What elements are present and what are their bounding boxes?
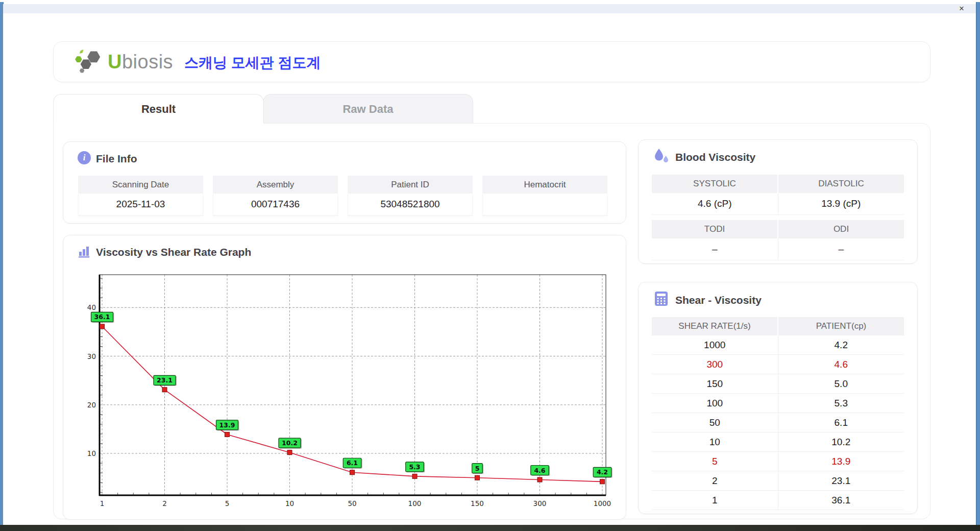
bv-header-row-1: SYSTOLIC DIASTOLIC: [652, 175, 904, 193]
desktop-edge-right: [976, 2, 980, 527]
info-icon: i: [78, 151, 91, 164]
field-value: 53048521800: [348, 194, 473, 215]
shear-viscosity-title: Shear - Viscosity: [675, 294, 762, 306]
header-card: Ubiosis 스캐닝 모세관 점도계: [53, 41, 930, 82]
svg-text:1000: 1000: [594, 499, 611, 508]
sv-col-patient: PATIENT(cp): [777, 317, 904, 335]
svg-text:1: 1: [100, 499, 105, 508]
shear-viscosity-table: SHEAR RATE(1/s) PATIENT(cp) 1000 4.2 300…: [652, 317, 904, 510]
svg-text:4.2: 4.2: [597, 468, 608, 476]
bv-header-todi: TODI: [652, 220, 777, 238]
field-scanning-date: Scanning Date 2025-11-03: [78, 176, 203, 215]
bv-value-row-2: – –: [652, 238, 904, 260]
field-label: Scanning Date: [78, 176, 203, 194]
field-hematocrit: Hematocrit: [482, 176, 607, 215]
graph-title: Viscosity vs Shear Rate Graph: [96, 246, 251, 258]
field-assembly: Assembly 000717436: [213, 176, 338, 215]
chart-canvas: 36.123.113.910.26.15.354.64.212510501001…: [78, 269, 619, 513]
sv-cell-shear: 1: [652, 491, 778, 510]
bv-header-row-2: TODI ODI: [652, 220, 904, 238]
svg-text:5: 5: [225, 499, 230, 508]
bv-value-diastolic: 13.9 (cP): [778, 193, 904, 214]
svg-text:23.1: 23.1: [157, 376, 173, 384]
svg-text:20: 20: [87, 401, 96, 409]
bar-chart-icon: [78, 245, 91, 258]
svg-text:6.1: 6.1: [347, 459, 358, 467]
sv-cell-patient: 36.1: [778, 491, 904, 510]
table-row: 5 13.9: [652, 452, 904, 471]
sv-cell-shear: 100: [652, 394, 778, 413]
logo-rest: biosis: [122, 51, 173, 73]
sv-cell-patient: 10.2: [778, 432, 904, 451]
app-window: × Ubiosis 스캐닝 모세관 점도계 Result Raw Data: [0, 0, 980, 531]
shear-viscosity-card: Shear - Viscosity SHEAR RATE(1/s) PATIEN…: [638, 282, 918, 514]
bv-header-odi: ODI: [777, 220, 904, 238]
field-label: Hematocrit: [482, 176, 607, 194]
sv-cell-patient: 4.6: [778, 355, 904, 374]
table-row: 1000 4.2: [652, 335, 904, 355]
field-patient-id: Patient ID 53048521800: [348, 176, 473, 215]
viscosity-chart: 36.123.113.910.26.15.354.64.212510501001…: [78, 269, 619, 515]
sv-cell-patient: 4.2: [778, 335, 904, 354]
svg-text:30: 30: [87, 352, 96, 360]
logo-mark-icon: [75, 49, 105, 75]
table-row: 1 36.1: [652, 491, 904, 510]
sv-cell-shear: 300: [652, 355, 778, 374]
bv-value-odi: –: [778, 238, 904, 260]
field-value: 000717436: [213, 194, 338, 215]
table-row: 300 4.6: [652, 355, 904, 374]
sv-cell-patient: 6.1: [778, 413, 904, 432]
blood-viscosity-card: Blood Viscosity SYSTOLIC DIASTOLIC 4.6 (…: [638, 139, 918, 264]
svg-text:10.2: 10.2: [282, 439, 298, 447]
sv-cell-patient: 13.9: [778, 452, 904, 471]
sv-col-shear-rate: SHEAR RATE(1/s): [652, 317, 777, 335]
tab-result[interactable]: Result: [53, 94, 264, 124]
svg-text:2: 2: [162, 499, 167, 508]
sv-cell-shear: 5: [652, 452, 778, 471]
app-title: 스캐닝 모세관 점도계: [184, 53, 321, 73]
tab-raw-data[interactable]: Raw Data: [263, 94, 473, 124]
sv-cell-shear: 10: [652, 432, 778, 451]
sv-cell-patient: 5.0: [778, 374, 904, 393]
bv-value-todi: –: [652, 238, 778, 260]
logo-letter-u: U: [108, 51, 122, 73]
svg-text:5: 5: [475, 465, 480, 472]
sv-cell-shear: 50: [652, 413, 778, 432]
close-icon[interactable]: ×: [957, 5, 967, 13]
field-value: 2025-11-03: [78, 194, 203, 215]
table-row: 50 6.1: [652, 413, 904, 432]
sv-cell-patient: 5.3: [778, 394, 904, 413]
droplets-icon: [654, 148, 669, 164]
file-info-title: File Info: [96, 153, 137, 165]
window-titlebar: ×: [3, 4, 976, 14]
svg-text:300: 300: [533, 499, 547, 508]
svg-text:10: 10: [87, 449, 96, 457]
svg-text:4.6: 4.6: [534, 467, 545, 474]
calculator-icon: [654, 291, 668, 306]
sv-cell-shear: 2: [652, 471, 778, 490]
bv-header-diastolic: DIASTOLIC: [777, 175, 904, 193]
svg-text:13.9: 13.9: [219, 421, 235, 429]
svg-text:10: 10: [285, 499, 294, 508]
svg-text:40: 40: [87, 303, 96, 311]
field-label: Assembly: [213, 176, 338, 194]
table-row: 100 5.3: [652, 394, 904, 413]
table-row: 10 10.2: [652, 432, 904, 452]
main-panel: i File Info Scanning Date 2025-11-03 Ass…: [53, 123, 930, 519]
field-label: Patient ID: [348, 176, 473, 194]
logo-text: Ubiosis: [108, 51, 173, 73]
svg-text:50: 50: [348, 499, 356, 508]
logo: Ubiosis: [75, 49, 173, 75]
bv-value-systolic: 4.6 (cP): [652, 193, 778, 214]
svg-text:5.3: 5.3: [409, 463, 420, 471]
bv-header-systolic: SYSTOLIC: [652, 175, 777, 193]
svg-text:36.1: 36.1: [94, 313, 110, 321]
desktop-edge-bottom: [0, 525, 980, 531]
field-value: [482, 194, 607, 215]
file-info-card: i File Info Scanning Date 2025-11-03 Ass…: [63, 141, 626, 224]
sv-header-row: SHEAR RATE(1/s) PATIENT(cp): [652, 317, 904, 335]
sv-cell-shear: 1000: [652, 335, 778, 354]
graph-card: Viscosity vs Shear Rate Graph 36.123.113…: [63, 235, 626, 520]
table-row: 150 5.0: [652, 374, 904, 394]
svg-text:150: 150: [471, 499, 484, 508]
